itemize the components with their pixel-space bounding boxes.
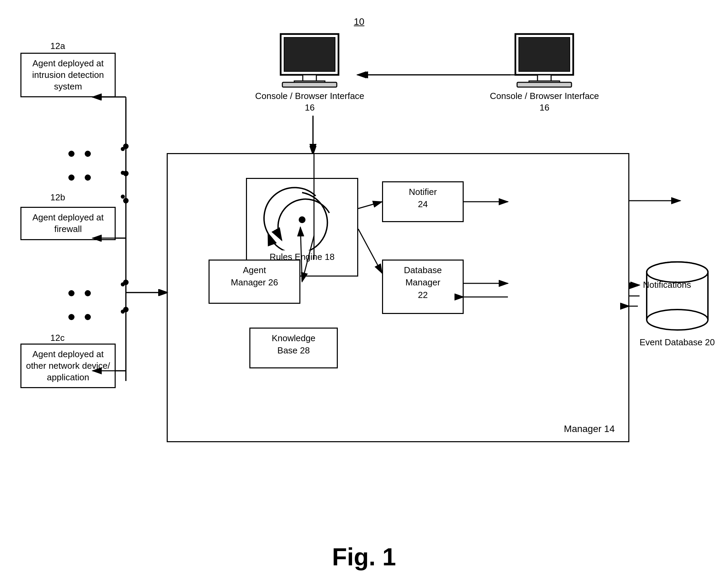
agent-12b-ref: 12b <box>50 192 65 203</box>
console-2-label: Console / Browser Interface 16 <box>490 90 599 114</box>
bullet-dot-3 <box>121 195 125 199</box>
knowledge-base-box: KnowledgeBase 28 <box>249 328 338 368</box>
database-manager-box: DatabaseManager22 <box>382 260 464 314</box>
svg-point-48 <box>647 262 708 282</box>
rules-engine-arrows-icon <box>248 182 357 250</box>
notifier-label: Notifier24 <box>409 187 437 209</box>
svg-point-47 <box>647 310 708 330</box>
svg-point-68 <box>85 314 91 320</box>
manager-label: Manager 14 <box>564 424 615 434</box>
bullet-dot-5 <box>121 310 125 314</box>
database-manager-label: DatabaseManager22 <box>404 265 442 300</box>
manager-box: Rules Engine 18 Notifier24 AgentManager … <box>167 153 629 442</box>
agent-box-12b: Agent deployed at firewall <box>20 207 116 240</box>
agent-manager-box: AgentManager 26 <box>209 260 300 304</box>
event-database-group: Event Database 20 <box>640 259 715 348</box>
console-2-group: Console / Browser Interface 16 <box>490 31 599 114</box>
svg-point-32 <box>299 216 305 223</box>
event-database-label: Event Database 20 <box>640 336 715 348</box>
svg-line-39 <box>358 229 382 273</box>
diagram-container: 10 12a Agent deployed at intrusion detec… <box>0 0 728 551</box>
cylinder-icon <box>643 259 711 333</box>
svg-point-62 <box>68 175 75 181</box>
svg-rect-28 <box>519 37 570 71</box>
agent-12c-label: Agent deployed at other network device/ … <box>26 349 110 382</box>
svg-point-6 <box>123 198 129 203</box>
svg-rect-31 <box>517 82 572 87</box>
svg-line-38 <box>358 202 382 209</box>
agent-12a-label: Agent deployed at intrusion detection sy… <box>32 58 104 92</box>
notifications-label: Notifications <box>643 280 691 290</box>
bullet-dot-4 <box>121 282 125 286</box>
monitor-2-icon <box>512 31 577 88</box>
monitor-1-icon <box>277 31 342 88</box>
console-1-group: Console / Browser Interface 16 <box>255 31 364 114</box>
bullet-dot-2 <box>121 171 125 175</box>
svg-point-64 <box>85 175 91 181</box>
svg-point-66 <box>68 314 75 320</box>
agent-12b-label: Agent deployed at firewall <box>32 212 104 234</box>
agent-box-12a: Agent deployed at intrusion detection sy… <box>20 53 116 97</box>
diagram-ref-number: 10 <box>354 16 364 27</box>
console-1-label: Console / Browser Interface 16 <box>255 90 364 114</box>
notifier-box: Notifier24 <box>382 181 464 222</box>
figure-label: Fig. 1 <box>332 543 396 571</box>
bullet-dot-1 <box>121 147 125 151</box>
knowledge-base-label: KnowledgeBase 28 <box>272 333 316 355</box>
svg-point-63 <box>85 151 91 157</box>
agent-box-12c: Agent deployed at other network device/ … <box>20 344 116 388</box>
svg-point-65 <box>68 290 75 296</box>
agent-12c-ref: 12c <box>50 333 65 343</box>
agent-manager-label: AgentManager 26 <box>231 265 278 287</box>
agent-12a-ref: 12a <box>50 41 65 51</box>
svg-point-67 <box>85 290 91 296</box>
svg-rect-26 <box>282 82 337 87</box>
svg-point-61 <box>68 151 75 157</box>
svg-rect-23 <box>284 37 335 71</box>
